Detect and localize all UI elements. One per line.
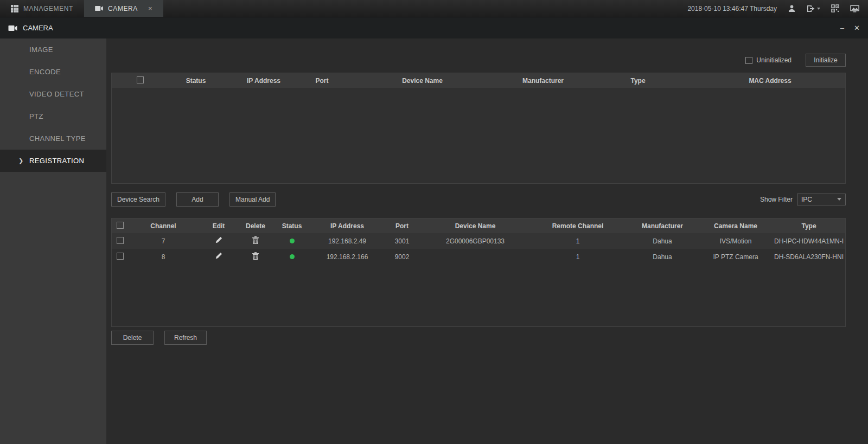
tab-management-label: MANAGEMENT — [23, 5, 73, 12]
manual-add-button[interactable]: Manual Add — [229, 192, 276, 207]
logout-icon[interactable] — [807, 5, 820, 12]
uninitialized-checkbox[interactable] — [745, 57, 752, 64]
sidebar-item-ptz[interactable]: ❯ PTZ — [0, 105, 106, 127]
cell-port: 9002 — [383, 249, 421, 265]
cell-remote-channel: 1 — [529, 233, 626, 249]
col-header-type: Type — [581, 73, 695, 88]
chevron-right-icon: ❯ — [18, 157, 24, 164]
sidebar-item-video-detect[interactable]: ❯ VIDEO DETECT — [0, 83, 106, 105]
sidebar-item-label: PTZ — [29, 112, 43, 120]
close-icon[interactable]: ✕ — [854, 24, 860, 32]
qr-icon[interactable] — [831, 4, 839, 12]
cell-delete — [239, 233, 272, 249]
cell-status — [272, 249, 311, 265]
cell-type: DH-IPC-HDW44A1MN-I — [773, 233, 845, 249]
tab-close-icon[interactable]: × — [148, 5, 152, 12]
select-all-header — [112, 218, 128, 233]
sidebar: ❯ IMAGE ❯ ENCODE ❯ VIDEO DETECT ❯ PTZ ❯ … — [0, 38, 106, 444]
display-icon[interactable] — [850, 5, 859, 12]
trash-icon[interactable] — [252, 252, 259, 260]
search-results-panel: Status IP Address Port Device Name Manuf… — [111, 73, 846, 184]
footer-actions: Delete Refresh — [111, 331, 846, 345]
col-header-ip: IP Address — [223, 73, 304, 88]
dropdown-arrow-icon — [837, 198, 841, 201]
tab-camera-label: CAMERA — [108, 5, 138, 12]
select-all-checkbox[interactable] — [117, 222, 124, 229]
search-results-table: Status IP Address Port Device Name Manuf… — [112, 73, 845, 88]
cell-manufacturer: Dahua — [626, 233, 699, 249]
col-header-camera-name: Camera Name — [699, 218, 773, 233]
add-button[interactable]: Add — [176, 192, 219, 207]
cell-channel: 7 — [128, 233, 199, 249]
sidebar-item-label: ENCODE — [29, 68, 61, 76]
sidebar-item-image[interactable]: ❯ IMAGE — [0, 38, 106, 61]
row-checkbox[interactable] — [117, 253, 124, 260]
col-header-delete: Delete — [239, 218, 272, 233]
edit-pencil-icon[interactable] — [215, 252, 222, 260]
cell-ip: 192.168.2.49 — [311, 233, 383, 249]
cell-device-name — [421, 249, 529, 265]
col-header-manufacturer: Manufacturer — [505, 73, 581, 88]
col-header-type: Type — [773, 218, 845, 233]
cell-channel: 8 — [128, 249, 199, 265]
sidebar-item-channel-type[interactable]: ❯ CHANNEL TYPE — [0, 127, 106, 150]
content: Uninitialized Initialize Status IP Addre… — [106, 38, 868, 444]
show-filter-group: Show Filter IPC — [760, 194, 846, 205]
device-list-table: Channel Edit Delete Status IP Address Po… — [112, 218, 845, 265]
col-header-ip: IP Address — [311, 218, 383, 233]
table-row: 7 — [112, 233, 845, 249]
col-header-mac: MAC Address — [695, 73, 845, 88]
status-online-dot — [290, 239, 295, 243]
sidebar-item-encode[interactable]: ❯ ENCODE — [0, 61, 106, 83]
topbar-right: 2018-05-10 13:46:47 Thursday — [687, 0, 868, 17]
col-header-channel: Channel — [128, 218, 199, 233]
edit-pencil-icon[interactable] — [215, 236, 222, 244]
col-header-port: Port — [383, 218, 421, 233]
col-header-port: Port — [304, 73, 340, 88]
camera-icon — [95, 5, 103, 11]
select-all-checkbox[interactable] — [137, 76, 144, 83]
cell-device-name: 2G00006GBP00133 — [421, 233, 529, 249]
minimize-icon[interactable]: – — [840, 24, 844, 32]
col-header-status: Status — [169, 73, 223, 88]
tab-management[interactable]: MANAGEMENT — [0, 0, 84, 17]
datetime: 2018-05-10 13:46:47 Thursday — [687, 5, 777, 12]
cell-manufacturer: Dahua — [626, 249, 699, 265]
trash-icon[interactable] — [252, 236, 259, 244]
show-filter-value: IPC — [801, 196, 812, 203]
cell-port: 3001 — [383, 233, 421, 249]
sidebar-item-registration[interactable]: ❯ REGISTRATION — [0, 150, 106, 172]
cell-select — [112, 249, 128, 265]
page-title: CAMERA — [23, 24, 53, 32]
device-list-panel: Channel Edit Delete Status IP Address Po… — [111, 218, 846, 327]
actions-row: Device Search Add Manual Add Show Filter… — [111, 192, 846, 207]
delete-button[interactable]: Delete — [111, 331, 154, 345]
tab-camera[interactable]: CAMERA × — [84, 0, 163, 17]
row-checkbox[interactable] — [117, 237, 124, 244]
device-search-button[interactable]: Device Search — [111, 192, 165, 207]
select-all-header — [112, 73, 169, 88]
sidebar-item-label: REGISTRATION — [29, 157, 84, 165]
cell-camera-name: IP PTZ Camera — [699, 249, 773, 265]
camera-title-icon — [8, 25, 17, 31]
col-header-status: Status — [272, 218, 311, 233]
sidebar-item-label: CHANNEL TYPE — [29, 134, 86, 143]
cell-camera-name: IVS/Motion — [699, 233, 773, 249]
col-header-device-name: Device Name — [340, 73, 505, 88]
user-icon[interactable] — [788, 4, 796, 12]
initialize-row: Uninitialized Initialize — [111, 54, 846, 67]
cell-edit — [199, 249, 239, 265]
sidebar-item-label: IMAGE — [29, 46, 53, 54]
cell-remote-channel: 1 — [529, 249, 626, 265]
show-filter-dropdown[interactable]: IPC — [797, 194, 846, 205]
main-layout: ❯ IMAGE ❯ ENCODE ❯ VIDEO DETECT ❯ PTZ ❯ … — [0, 38, 868, 444]
cell-edit — [199, 233, 239, 249]
col-header-manufacturer: Manufacturer — [626, 218, 699, 233]
sidebar-item-label: VIDEO DETECT — [29, 90, 84, 98]
topbar: MANAGEMENT CAMERA × 2018-05-10 13:46:47 … — [0, 0, 868, 17]
table-row: 8 — [112, 249, 845, 265]
refresh-button[interactable]: Refresh — [164, 331, 207, 345]
initialize-button[interactable]: Initialize — [806, 54, 846, 67]
col-header-device-name: Device Name — [421, 218, 529, 233]
show-filter-label: Show Filter — [760, 196, 793, 203]
